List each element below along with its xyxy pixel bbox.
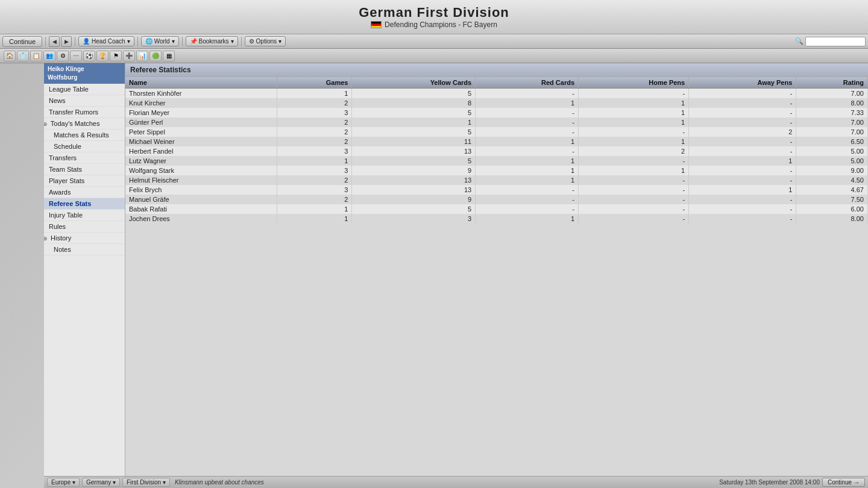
table-row[interactable]: Jochen Drees 1 3 1 - - 8.00 [125,214,868,224]
cell-games: 2 [277,175,352,185]
sidebar-item-rules[interactable]: Rules [44,221,125,233]
table-row[interactable]: Helmut Fleischer 2 13 1 - - 4.50 [125,175,868,185]
calendar-icon-btn[interactable]: 📋 [30,51,42,61]
news-ticker: Klinsmann upbeat about chances [175,479,264,486]
home-icon-btn[interactable]: 🏠 [4,51,16,61]
table-row[interactable]: Babak Rafati 1 5 - - - 6.00 [125,204,868,214]
shirt-icon-btn[interactable]: 👕 [17,51,29,61]
sidebar-item-transfer-rumors[interactable]: Transfer Rumors [44,107,125,118]
people-icon-btn[interactable]: 👥 [43,51,55,61]
prev-button[interactable]: ◀ [49,36,60,47]
sidebar-item-transfers[interactable]: Transfers [44,152,125,164]
table-row[interactable]: Knut Kircher 2 8 1 1 - 8.00 [125,98,868,108]
grid-icon-btn[interactable]: ▦ [163,51,175,61]
tactics-icon-btn[interactable]: ⚙ [57,51,69,61]
cell-rating: 4.50 [796,175,868,185]
sidebar-item-todays-matches[interactable]: ⊕ Today's Matches [44,118,125,130]
sidebar-item-player-stats[interactable]: Player Stats [44,175,125,187]
search-input[interactable] [805,37,866,46]
cell-red: 1 [476,98,579,108]
next-button[interactable]: ▶ [61,36,72,47]
sidebar-item-history[interactable]: ⊕ History [44,233,125,244]
main-content: Referee Statistics Name Games Yellow Car… [125,63,868,476]
search-icon: 🔍 [795,37,804,45]
cell-red: 1 [476,166,579,175]
trophy-icon-btn[interactable]: 🏆 [96,51,108,61]
head-coach-button[interactable]: 👤 Head Coach ▾ [78,36,134,46]
dots-icon-btn[interactable]: ⋯ [70,51,82,61]
cell-name: Thorsten Kinhöfer [125,89,277,99]
cell-red: - [476,89,579,99]
sidebar-item-matches-results[interactable]: Matches & Results [44,130,125,141]
cell-away-pens: - [689,146,796,156]
col-name[interactable]: Name [125,77,277,89]
table-row[interactable]: Herbert Fandel 3 13 - 2 - 5.00 [125,146,868,156]
sidebar-item-referee-stats[interactable]: Referee Stats [44,198,125,210]
ball-icon-btn[interactable]: ⚽ [83,51,95,61]
table-row[interactable]: Florian Meyer 3 5 - 1 - 7.33 [125,108,868,117]
green-icon-btn[interactable]: 🟢 [149,51,162,61]
cell-yellow: 1 [352,117,476,127]
sidebar-item-schedule[interactable]: Schedule [44,141,125,152]
cell-yellow: 5 [352,156,476,166]
separator2 [75,37,75,46]
table-row[interactable]: Wolfgang Stark 3 9 1 1 - 9.00 [125,166,868,175]
cell-games: 2 [277,127,352,137]
cell-away-pens: - [689,166,796,175]
flag-icon-btn[interactable]: ⚑ [110,51,122,61]
cell-name: Helmut Fleischer [125,175,277,185]
top-header: German First Division Defending Champion… [0,0,868,34]
chevron-down-icon3: ▾ [231,38,234,45]
table-row[interactable]: Lutz Wagner 1 5 1 - 1 5.00 [125,156,868,166]
coach-icon: 👤 [83,38,90,45]
sidebar-item-notes[interactable]: Notes [44,244,125,255]
table-row[interactable]: Felix Brych 3 13 - - 1 4.67 [125,185,868,195]
options-button[interactable]: ⚙ Options ▾ [245,36,286,46]
region-germany[interactable]: Germany ▾ [82,478,120,487]
world-icon: 🌐 [145,38,153,45]
cell-yellow: 13 [352,185,476,195]
col-games[interactable]: Games [277,77,352,89]
bookmarks-button[interactable]: 📌 Bookmarks ▾ [186,36,238,46]
sidebar: Heiko Klinge Wolfsburg League Table News… [44,63,125,476]
bookmark-icon: 📌 [190,38,197,45]
cell-name: Knut Kircher [125,98,277,108]
table-row[interactable]: Günter Perl 2 1 - 1 - 7.00 [125,117,868,127]
sidebar-item-awards[interactable]: Awards [44,187,125,198]
chevron-down-icon: ▾ [127,38,130,45]
region-europe[interactable]: Europe ▾ [47,478,80,487]
table-row[interactable]: Manuel Gräfe 2 9 - - - 7.50 [125,195,868,204]
cell-name: Jochen Drees [125,214,277,224]
table-row[interactable]: Thorsten Kinhöfer 1 5 - - - 7.00 [125,89,868,99]
cell-name: Herbert Fandel [125,146,277,156]
col-red-cards[interactable]: Red Cards [476,77,579,89]
cell-rating: 8.00 [796,98,868,108]
col-rating[interactable]: Rating [796,77,868,89]
sidebar-item-team-stats[interactable]: Team Stats [44,164,125,175]
cell-red: 1 [476,175,579,185]
cell-away-pens: - [689,204,796,214]
table-row[interactable]: Peter Sippel 2 5 - - 2 7.00 [125,127,868,137]
cell-red: 1 [476,156,579,166]
bottom-continue-button[interactable]: Continue → [822,478,865,487]
sidebar-item-injury-table[interactable]: Injury Table [44,210,125,221]
cell-rating: 5.00 [796,146,868,156]
cell-yellow: 9 [352,166,476,175]
section-title: Referee Statistics [125,63,868,77]
bench-icon-btn[interactable]: 📊 [136,51,148,61]
chevron-division: ▾ [163,479,166,486]
cell-rating: 8.00 [796,214,868,224]
world-button[interactable]: 🌐 World ▾ [141,36,179,46]
sidebar-item-league-table[interactable]: League Table [44,84,125,95]
col-home-pens[interactable]: Home Pens [579,77,689,89]
col-away-pens[interactable]: Away Pens [689,77,796,89]
continue-button[interactable]: Continue [2,36,42,47]
cell-home-pens: 1 [579,166,689,175]
sidebar-item-news[interactable]: News [44,95,125,107]
table-row[interactable]: Michael Weiner 2 11 1 1 - 6.50 [125,137,868,146]
col-yellow-cards[interactable]: Yellow Cards [352,77,476,89]
cell-yellow: 5 [352,127,476,137]
medical-icon-btn[interactable]: ➕ [123,51,135,61]
cell-games: 2 [277,117,352,127]
region-division[interactable]: First Division ▾ [122,478,170,487]
